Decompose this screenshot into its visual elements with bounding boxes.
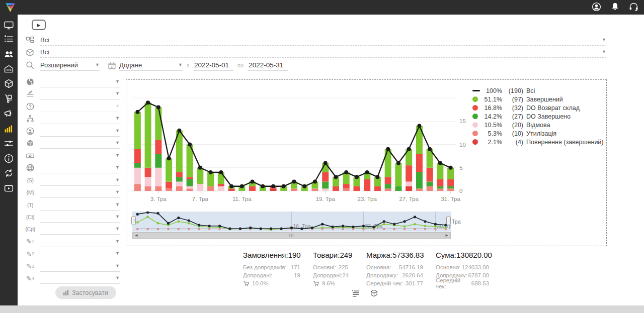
minimap-scrollbar[interactable]: ◄ III ► <box>132 232 451 239</box>
legend-row[interactable]: 10.5% (20) Відмова <box>472 121 604 129</box>
tag-cp-icon: {Cp} <box>26 225 35 234</box>
legend-percent: 100% <box>480 87 502 94</box>
filter-dropdown-pencil[interactable]: ▼ <box>40 273 120 284</box>
sidebar-item-sync[interactable] <box>4 168 14 178</box>
sidebar-item-warehouse[interactable] <box>4 64 14 74</box>
stat-title-value: 130820.00 <box>456 251 492 259</box>
sidebar-item-sliders[interactable] <box>4 138 14 149</box>
filter-dropdown-signature[interactable]: ▼ <box>40 88 120 99</box>
sidebar-item-products-cube[interactable] <box>4 78 14 89</box>
filter-dropdown-tag-t[interactable]: ▼ <box>40 199 120 211</box>
view-toggle-icons <box>351 289 378 297</box>
scroll-left-arrow-icon[interactable]: ◄ <box>133 233 140 238</box>
app-logo-icon[interactable] <box>4 1 17 14</box>
filter-dropdown-pencil[interactable]: ▼ <box>40 236 120 247</box>
sidebar-item-megaphone[interactable] <box>4 108 14 119</box>
stat-row-value: 19 <box>294 272 300 278</box>
chart-minimap[interactable]: 16. Тра23. Тра30. Тра <box>132 212 451 232</box>
legend-row[interactable]: 5.3% (10) Утилізація <box>472 129 604 138</box>
legend-label: DO Завершено <box>526 113 571 120</box>
svg-text:15: 15 <box>459 118 466 124</box>
orders-stacked-bar-chart[interactable]: 0510153. Тра7. Тра11. Тра19. Тра23. Тра2… <box>126 80 478 205</box>
products-toggle-icon[interactable] <box>370 289 378 297</box>
search-mode-dropdown[interactable]: Розширений ▼ <box>40 60 100 71</box>
chevron-down-icon: ▼ <box>115 215 120 219</box>
headset-icon[interactable] <box>628 2 639 12</box>
product-filter-dropdown[interactable]: Всі ▼ <box>40 47 606 58</box>
tutorial-video-button[interactable]: ▶ <box>32 20 46 30</box>
source-filter-dropdown[interactable]: Всі ▼ <box>40 35 606 46</box>
stat-row-label: Основні: <box>313 264 336 270</box>
legend-percent: 14.2% <box>480 113 502 120</box>
filter-dropdown-pencil[interactable]: ▼ <box>40 261 120 272</box>
filter-dropdown-tag-cp[interactable]: ▼ <box>40 224 120 235</box>
filter-dropdown-account[interactable]: ▼ <box>40 126 120 137</box>
chevron-down-icon: ▼ <box>115 79 120 84</box>
svg-text:7. Тра: 7. Тра <box>192 196 209 202</box>
cart-icon <box>243 280 250 287</box>
filter-dropdown-pencil[interactable]: ▼ <box>40 248 120 259</box>
globe-icon <box>26 163 35 172</box>
legend-row[interactable]: 51.1% (97) Завершений <box>472 95 604 103</box>
legend-dot-marker <box>472 105 478 111</box>
date-from-input[interactable]: 2022-05-01 <box>193 60 233 71</box>
sidebar-item-info[interactable] <box>4 153 14 164</box>
filter-dropdown-banknote[interactable]: ▼ <box>40 150 120 161</box>
user-icon[interactable] <box>591 2 602 12</box>
banknote-icon <box>26 151 35 160</box>
sidebar-item-monitor[interactable] <box>4 20 14 31</box>
sidebar-item-supply-trolley[interactable] <box>4 93 14 104</box>
search-mode-value: Розширений <box>40 61 78 69</box>
chevron-down-icon: ▼ <box>115 264 120 268</box>
sidebar-item-customers[interactable] <box>4 49 14 60</box>
legend-count: (27) <box>502 113 523 120</box>
filter-dropdown-cube[interactable]: ▼ <box>40 138 120 149</box>
filter-dropdown-tag-ct[interactable]: ▼ <box>40 212 120 223</box>
filter-dropdown-globe-dark[interactable]: ▼ <box>40 76 120 87</box>
legend-row[interactable]: 16.8% (32) DO Возврат склад <box>472 103 604 112</box>
stat-title-value: 57336.83 <box>392 251 424 259</box>
sidebar-item-orders-list[interactable] <box>4 34 14 45</box>
pencil-icon: ✎3 <box>26 262 35 271</box>
date-type-dropdown[interactable]: Додане ▼ <box>119 60 183 71</box>
minimap-left-handle[interactable] <box>131 216 136 225</box>
stat-row-value: 688.53 <box>471 280 489 286</box>
chart-legend: 100% (190) Всі 51.1% (97) Завершений 16.… <box>472 86 604 146</box>
calendar-icon: 17 <box>108 61 116 70</box>
filter-dropdown-hierarchy[interactable]: ▼ <box>40 113 120 124</box>
apply-button[interactable]: Застосувати <box>55 286 116 299</box>
stat-row-label: Основна: <box>436 264 461 270</box>
filter-dropdown-tag-s[interactable]: ▼ <box>40 175 120 186</box>
chevron-down-icon: ▼ <box>115 178 120 182</box>
stat-row-value: 171 <box>291 264 300 270</box>
bottom-strip <box>0 305 644 313</box>
chevron-down-icon: ▼ <box>115 104 120 109</box>
minimap-right-handle[interactable] <box>446 216 451 225</box>
chevron-down-icon: ▼ <box>115 141 120 145</box>
tag-t-icon: {T} <box>26 200 35 210</box>
sitemap-icon <box>25 36 35 45</box>
stat-column: Товари: 249Основні:225Допродані:249.6% <box>313 251 348 287</box>
scrollbar-grip[interactable]: III <box>289 233 294 238</box>
legend-row[interactable]: 2.1% (4) Повернення (завершений) <box>472 138 604 146</box>
product-filter-value: Всі <box>40 48 49 56</box>
scroll-right-arrow-icon[interactable]: ► <box>443 233 450 238</box>
legend-row[interactable]: 14.2% (27) DO Завершено <box>472 112 604 121</box>
legend-count: (20) <box>502 122 523 129</box>
bell-icon[interactable] <box>610 2 620 12</box>
date-to-input[interactable]: 2022-05-31 <box>248 60 288 71</box>
stat-row-value: 301.77 <box>406 280 423 286</box>
legend-percent: 51.1% <box>480 96 502 103</box>
legend-row[interactable]: 100% (190) Всі <box>472 86 604 95</box>
sidebar-item-analytics-bars[interactable] <box>4 124 14 134</box>
search-icon <box>25 60 35 70</box>
date-to-label: по <box>237 62 244 68</box>
filter-dropdown-globe[interactable]: ▼ <box>40 162 120 173</box>
chevron-down-icon: ▼ <box>115 165 120 170</box>
legend-label: Повернення (завершений) <box>526 139 604 146</box>
legend-dot-marker <box>472 131 478 136</box>
sidebar-item-video[interactable] <box>4 183 14 193</box>
filter-dropdown-question[interactable]: ▼ <box>40 101 120 112</box>
filter-dropdown-tag-m[interactable]: ▼ <box>40 187 120 198</box>
orders-list-toggle-icon[interactable] <box>351 289 360 297</box>
